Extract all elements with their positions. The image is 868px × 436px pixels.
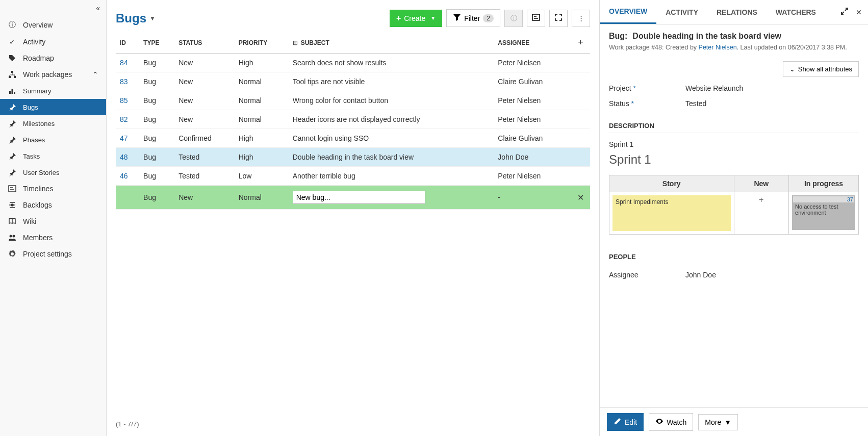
col-priority[interactable]: PRIORITY [235, 32, 289, 54]
sidebar-item-members[interactable]: Members [0, 229, 106, 246]
cell-id: 83 [116, 72, 139, 91]
svg-rect-10 [532, 14, 540, 20]
id-link[interactable]: 83 [120, 78, 128, 86]
hierarchy-icon [8, 70, 17, 79]
id-link[interactable]: 47 [120, 134, 128, 142]
info-icon: ⓘ [8, 20, 17, 30]
task-card: 37 No access to test environment [792, 195, 855, 230]
status-value[interactable]: Tested [685, 99, 859, 108]
sidebar-item-backlogs[interactable]: Backlogs [0, 197, 106, 213]
cell-assignee: Claire Gulivan [494, 129, 571, 148]
cell-status: Confirmed [174, 129, 235, 148]
col-status[interactable]: STATUS [174, 32, 235, 54]
table-row[interactable]: 85BugNewNormalWrong color for contact bu… [116, 91, 590, 110]
sidebar-item-summary[interactable]: Summary [0, 83, 106, 99]
id-link[interactable]: 46 [120, 172, 128, 180]
page-title-dropdown[interactable]: Bugs ▼ [116, 11, 156, 25]
assignee-label: Assignee [609, 271, 685, 279]
id-link[interactable]: 85 [120, 96, 128, 105]
sidebar-item-roadmap[interactable]: Roadmap [0, 50, 106, 66]
watch-button[interactable]: Watch [649, 413, 693, 431]
more-actions-button[interactable]: More ▼ [698, 414, 738, 430]
check-icon: ✓ [8, 38, 17, 46]
sidebar-item-user-stories[interactable]: User Stories [0, 164, 106, 181]
sidebar-item-label: Members [23, 234, 53, 242]
timeline-icon [532, 13, 540, 23]
cell-status: Tested [174, 148, 235, 167]
sidebar-item-phases[interactable]: Phases [0, 132, 106, 148]
sidebar-item-tasks[interactable]: Tasks [0, 148, 106, 164]
expand-button[interactable] [838, 6, 851, 18]
cell-priority[interactable]: Normal [235, 186, 289, 210]
svg-point-9 [13, 235, 15, 238]
table-row[interactable]: 48BugTestedHighDouble heading in the tas… [116, 148, 590, 167]
id-link[interactable]: 82 [120, 115, 128, 123]
add-column-button[interactable]: + [571, 32, 590, 54]
project-value[interactable]: Website Relaunch [685, 84, 859, 92]
id-link[interactable]: 48 [120, 153, 128, 161]
cell-assignee: Peter Nielsen [494, 110, 571, 129]
eye-icon [655, 417, 663, 427]
chart-icon [8, 87, 17, 95]
sidebar-item-project-settings[interactable]: Project settings [0, 246, 106, 262]
new-row: BugNewNormal-✕ [116, 186, 590, 210]
close-new-row-button[interactable]: ✕ [575, 193, 586, 202]
cell-status: Tested [174, 167, 235, 186]
cell-spacer [571, 110, 590, 129]
cell-assignee: Claire Gulivan [494, 72, 571, 91]
subject-input[interactable] [293, 191, 425, 204]
add-task-button[interactable]: + [734, 192, 789, 235]
work-package-type: Bug: [609, 32, 627, 40]
sidebar-item-milestones[interactable]: Milestones [0, 115, 106, 132]
cell-status[interactable]: New [174, 186, 235, 210]
sidebar-item-timelines[interactable]: Timelines [0, 181, 106, 197]
sidebar-item-activity[interactable]: ✓ Activity [0, 34, 106, 50]
tab-activity[interactable]: ACTIVITY [656, 1, 707, 23]
table-row[interactable]: 82BugNewNormalHeader icons are not displ… [116, 110, 590, 129]
table-row[interactable]: 46BugTestedLowAnother terrible bugPeter … [116, 167, 590, 186]
cell-id: 82 [116, 110, 139, 129]
tab-watchers[interactable]: WATCHERS [767, 1, 825, 23]
cell-subject: Tool tips are not visible [289, 72, 494, 91]
sidebar-item-label: Activity [23, 38, 45, 46]
cell-spacer [571, 72, 590, 91]
description-text: Sprint 1 [609, 140, 859, 148]
sidebar-item-work-packages[interactable]: Work packages ⌃ [0, 66, 106, 83]
col-assignee[interactable]: ASSIGNEE [494, 32, 571, 54]
table-header-row: ID TYPE STATUS PRIORITY ⊟SUBJECT ASSIGNE… [116, 32, 590, 54]
pin-icon [8, 103, 17, 111]
tab-overview[interactable]: OVERVIEW [600, 0, 656, 24]
board-col-in-progress: In progress [789, 175, 859, 192]
assignee-value[interactable]: John Doe [685, 271, 859, 279]
edit-button[interactable]: Edit [607, 413, 644, 431]
cell-id: 48 [116, 148, 139, 167]
sidebar-item-bugs[interactable]: Bugs [0, 99, 106, 115]
sidebar-item-overview[interactable]: ⓘ Overview [0, 16, 106, 34]
table-row[interactable]: 84BugNewHighSearch does not show results… [116, 54, 590, 72]
work-package-title[interactable]: Double heading in the task board view [632, 32, 781, 40]
svg-point-8 [10, 235, 12, 238]
cell-assignee[interactable]: - [494, 186, 571, 210]
cell-status: New [174, 91, 235, 110]
filter-button[interactable]: Filter 2 [446, 9, 500, 27]
info-button[interactable]: ⓘ [504, 10, 523, 27]
timeline-button[interactable] [527, 10, 545, 27]
show-all-attributes-button[interactable]: ⌄ Show all attributes [783, 61, 859, 77]
col-type[interactable]: TYPE [139, 32, 174, 54]
table-row[interactable]: 83BugNewNormalTool tips are not visibleC… [116, 72, 590, 91]
table-row[interactable]: 47BugConfirmedHighCannot login using SSO… [116, 129, 590, 148]
author-link[interactable]: Peter Nielsen [699, 44, 737, 51]
cell-spacer [571, 148, 590, 167]
sidebar-item-wiki[interactable]: Wiki [0, 213, 106, 229]
more-button[interactable]: ⋮ [572, 10, 590, 27]
tab-relations[interactable]: RELATIONS [707, 1, 767, 23]
fullscreen-button[interactable] [549, 10, 568, 27]
col-subject[interactable]: ⊟SUBJECT [289, 32, 494, 54]
create-button[interactable]: + Create ▼ [390, 10, 442, 27]
close-button[interactable]: ✕ [854, 7, 864, 17]
id-link[interactable]: 84 [120, 59, 128, 67]
pin-icon [8, 136, 17, 144]
sidebar-collapse-button[interactable]: « [0, 0, 106, 16]
cell-type[interactable]: Bug [139, 186, 174, 210]
col-id[interactable]: ID [116, 32, 139, 54]
